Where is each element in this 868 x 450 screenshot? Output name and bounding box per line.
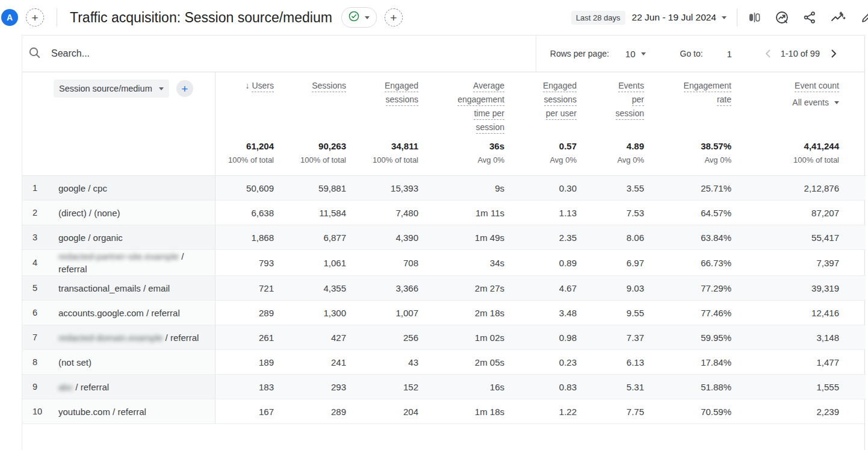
table-row: 4redacted-partner-site.example /referral…	[22, 250, 866, 276]
event-count-filter[interactable]: All events	[733, 98, 839, 107]
cell-users: 289	[215, 301, 275, 325]
cell-event_count: 87,207	[733, 201, 866, 225]
cell-events_per_session: 7.37	[578, 325, 645, 350]
rows-per-page-select[interactable]: 10	[625, 49, 646, 59]
search-icon	[28, 46, 41, 61]
cell-engagement_rate: 77.29%	[645, 276, 733, 301]
cell-users: 6,638	[215, 201, 275, 225]
totals-engaged_sessions: 34,811100% of total	[347, 139, 420, 176]
dimension-label: Session source/medium	[59, 84, 152, 93]
cell-engaged_sessions_per_user: 4.67	[506, 276, 578, 301]
cell-users: 261	[215, 325, 275, 350]
cell-engaged_sessions_per_user: 1.22	[506, 399, 578, 424]
goto-page-label: Go to:	[680, 49, 703, 58]
row-dimension: (not set)	[49, 350, 215, 375]
row-dimension: transactional_emails / email	[49, 276, 215, 301]
cell-sessions: 293	[275, 375, 347, 399]
add-report-button[interactable]: +	[385, 8, 403, 27]
row-dimension: (direct) / (none)	[49, 201, 215, 225]
cell-event_count: 2,239	[733, 399, 866, 424]
next-page-button[interactable]	[827, 47, 840, 60]
page-title: Traffic acquisition: Session source/medi…	[70, 10, 332, 26]
share-icon[interactable]	[803, 11, 816, 24]
table-row: 9abc / referral18329315216s0.835.3151.88…	[22, 375, 866, 399]
previous-page-button[interactable]	[761, 47, 775, 60]
chevron-down-icon	[641, 52, 646, 55]
app-header: A + Traffic acquisition: Session source/…	[0, 0, 868, 35]
cell-event_count: 1,477	[733, 350, 866, 375]
search-input[interactable]	[51, 48, 304, 59]
cell-engaged_sessions_per_user: 2.35	[506, 225, 578, 250]
row-dimension: abc / referral	[49, 375, 215, 399]
cell-event_count: 7,397	[733, 250, 866, 276]
traffic-acquisition-table: Session source/medium + ↓UsersSessionsEn…	[22, 72, 866, 424]
edit-pencil-icon[interactable]	[861, 10, 868, 25]
cell-sessions: 241	[275, 350, 347, 375]
column-header-event_count[interactable]: Event countAll events	[733, 72, 866, 139]
row-index: 5	[22, 276, 49, 301]
cell-avg_engagement_time: 1m 49s	[420, 225, 506, 250]
goto-page-input[interactable]: 1	[725, 49, 734, 59]
chevron-down-icon	[722, 16, 727, 19]
table-row: 5transactional_emails / email7214,3553,3…	[22, 276, 866, 301]
cell-engagement_rate: 64.57%	[645, 201, 733, 225]
dimension-selector[interactable]: Session source/medium	[54, 80, 169, 98]
cell-engaged_sessions: 3,366	[347, 276, 420, 301]
cell-engaged_sessions_per_user: 1.13	[506, 201, 578, 225]
cell-engagement_rate: 66.73%	[645, 250, 733, 276]
cell-event_count: 39,319	[733, 276, 866, 301]
cell-avg_engagement_time: 1m 11s	[420, 201, 506, 225]
sort-descending-icon: ↓	[245, 81, 249, 90]
redacted-text: abc	[58, 382, 73, 392]
column-header-sessions[interactable]: Sessions	[275, 72, 347, 139]
cell-users: 189	[215, 350, 275, 375]
column-header-avg_engagement_time[interactable]: Averageengagementtime persession	[420, 72, 506, 139]
chevron-down-icon	[365, 16, 370, 19]
row-dimension: redacted-domain.example / referral	[49, 325, 215, 350]
cell-users: 721	[215, 276, 275, 301]
trend-sparkle-icon[interactable]	[830, 11, 846, 24]
account-avatar[interactable]: A	[1, 9, 18, 26]
cell-engaged_sessions_per_user: 0.23	[506, 350, 578, 375]
cell-engaged_sessions: 256	[347, 325, 420, 350]
cell-users: 793	[215, 250, 275, 276]
divider	[737, 8, 737, 27]
table-row: 7redacted-domain.example / referral26142…	[22, 325, 866, 350]
row-dimension: accounts.google.com / referral	[49, 301, 215, 325]
redacted-text: redacted-domain.example	[58, 333, 163, 343]
column-header-engagement_rate[interactable]: Engagementrate	[645, 72, 733, 139]
pagination-range-label: 1-10 of 99	[781, 49, 820, 58]
redacted-text: redacted-partner-site.example	[58, 251, 179, 261]
totals-dimension-cell	[22, 139, 215, 176]
cell-engaged_sessions_per_user: 3.48	[506, 301, 578, 325]
cell-events_per_session: 6.97	[578, 250, 645, 276]
comparison-icon[interactable]	[748, 11, 761, 24]
cell-engaged_sessions: 152	[347, 375, 420, 399]
column-header-engaged_sessions_per_user[interactable]: Engagedsessionsper user	[506, 72, 578, 139]
table-row: 1google / cpc50,60959,88115,3939s0.303.5…	[22, 176, 866, 201]
chevron-down-icon	[159, 87, 164, 90]
cell-sessions: 4,355	[275, 276, 347, 301]
cell-users: 1,868	[215, 225, 275, 250]
table-row: 8(not set)189241432m 05s0.236.1317.84%1,…	[22, 350, 866, 375]
cell-avg_engagement_time: 1m 18s	[420, 399, 506, 424]
column-header-engaged_sessions[interactable]: Engagedsessions	[347, 72, 420, 139]
add-comparison-button[interactable]: +	[26, 8, 44, 27]
column-header-events_per_session[interactable]: Eventspersession	[578, 72, 645, 139]
report-status-pill[interactable]	[341, 7, 377, 28]
checkmark-icon	[349, 11, 359, 24]
cell-sessions: 11,584	[275, 201, 347, 225]
cell-engaged_sessions: 1,007	[347, 301, 420, 325]
cell-sessions: 6,877	[275, 225, 347, 250]
date-range-selector[interactable]: 22 Jun - 19 Jul 2024	[632, 12, 727, 23]
cell-events_per_session: 9.55	[578, 301, 645, 325]
cell-event_count: 12,416	[733, 301, 866, 325]
insights-icon[interactable]	[775, 10, 789, 25]
add-dimension-button[interactable]: +	[176, 80, 193, 97]
column-header-users[interactable]: ↓Users	[215, 72, 275, 139]
cell-events_per_session: 5.31	[578, 375, 645, 399]
cell-avg_engagement_time: 16s	[420, 375, 506, 399]
cell-engaged_sessions: 708	[347, 250, 420, 276]
cell-avg_engagement_time: 2m 27s	[420, 276, 506, 301]
row-index: 3	[22, 225, 49, 250]
